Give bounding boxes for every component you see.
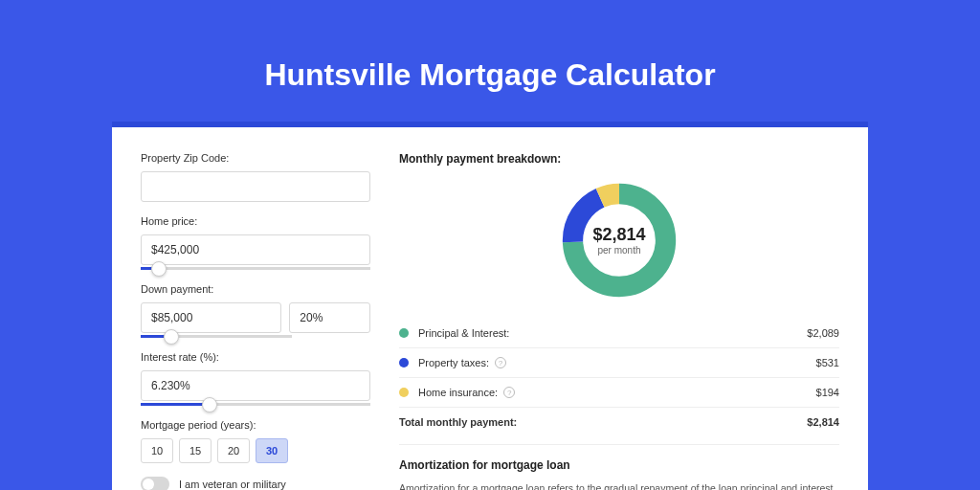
period-btn-20[interactable]: 20 xyxy=(217,438,250,463)
legend-dot xyxy=(399,358,409,368)
period-field-group: Mortgage period (years): 10152030 xyxy=(141,419,370,463)
zip-input[interactable] xyxy=(141,171,370,202)
donut-amount: $2,814 xyxy=(592,225,645,245)
legend: Principal & Interest:$2,089Property taxe… xyxy=(399,319,839,436)
legend-label: Property taxes:? xyxy=(418,357,506,368)
veteran-toggle[interactable] xyxy=(141,477,169,490)
legend-total-value: $2,814 xyxy=(807,416,839,428)
help-icon[interactable]: ? xyxy=(495,357,506,368)
donut-chart: $2,814 per month xyxy=(558,179,680,301)
amortization-section: Amortization for mortgage loan Amortizat… xyxy=(399,444,839,490)
legend-value: $194 xyxy=(816,387,839,398)
help-icon[interactable]: ? xyxy=(503,387,515,398)
home-price-label: Home price: xyxy=(141,215,370,227)
calculator-card: Property Zip Code: Home price: Down paym… xyxy=(112,122,868,490)
legend-value: $2,089 xyxy=(807,327,839,339)
legend-row: Property taxes:?$531 xyxy=(399,348,839,378)
period-btn-10[interactable]: 10 xyxy=(141,438,173,463)
period-label: Mortgage period (years): xyxy=(141,419,370,431)
legend-label: Principal & Interest: xyxy=(418,327,509,339)
period-btn-30[interactable]: 30 xyxy=(256,438,288,463)
legend-row: Principal & Interest:$2,089 xyxy=(399,319,839,348)
amortization-text: Amortization for a mortgage loan refers … xyxy=(399,481,839,490)
donut-sub: per month xyxy=(597,245,640,256)
down-payment-field-group: Down payment: xyxy=(141,283,370,338)
period-options: 10152030 xyxy=(141,438,370,463)
interest-slider[interactable] xyxy=(141,403,370,406)
zip-label: Property Zip Code: xyxy=(141,152,370,164)
legend-total-row: Total monthly payment:$2,814 xyxy=(399,408,839,436)
interest-field-group: Interest rate (%): xyxy=(141,351,370,406)
home-price-field-group: Home price: xyxy=(141,215,370,270)
page-title: Huntsville Mortgage Calculator xyxy=(0,0,980,122)
legend-row: Home insurance:?$194 xyxy=(399,378,839,408)
veteran-label: I am veteran or military xyxy=(179,479,286,490)
veteran-row: I am veteran or military xyxy=(141,477,370,490)
down-payment-input[interactable] xyxy=(141,302,281,333)
breakdown-panel: Monthly payment breakdown: $2,814 per mo… xyxy=(399,152,839,490)
toggle-knob xyxy=(143,479,154,490)
home-price-input[interactable] xyxy=(141,234,370,265)
interest-input[interactable] xyxy=(141,370,370,401)
legend-total-label: Total monthly payment: xyxy=(399,416,517,428)
breakdown-title: Monthly payment breakdown: xyxy=(399,152,839,166)
home-price-slider-thumb[interactable] xyxy=(151,261,167,277)
interest-label: Interest rate (%): xyxy=(141,351,370,363)
legend-value: $531 xyxy=(816,357,839,368)
interest-slider-thumb[interactable] xyxy=(202,397,217,412)
legend-label: Home insurance:? xyxy=(418,387,515,398)
form-panel: Property Zip Code: Home price: Down paym… xyxy=(141,152,370,490)
legend-dot xyxy=(399,388,409,397)
down-payment-label: Down payment: xyxy=(141,283,370,295)
home-price-slider[interactable] xyxy=(141,267,370,270)
down-payment-slider-thumb[interactable] xyxy=(164,329,179,345)
down-payment-pct-input[interactable] xyxy=(289,302,370,333)
zip-field-group: Property Zip Code: xyxy=(141,152,370,202)
legend-dot xyxy=(399,328,409,338)
period-btn-15[interactable]: 15 xyxy=(179,438,212,463)
down-payment-slider[interactable] xyxy=(141,335,292,338)
amortization-title: Amortization for mortgage loan xyxy=(399,458,839,472)
